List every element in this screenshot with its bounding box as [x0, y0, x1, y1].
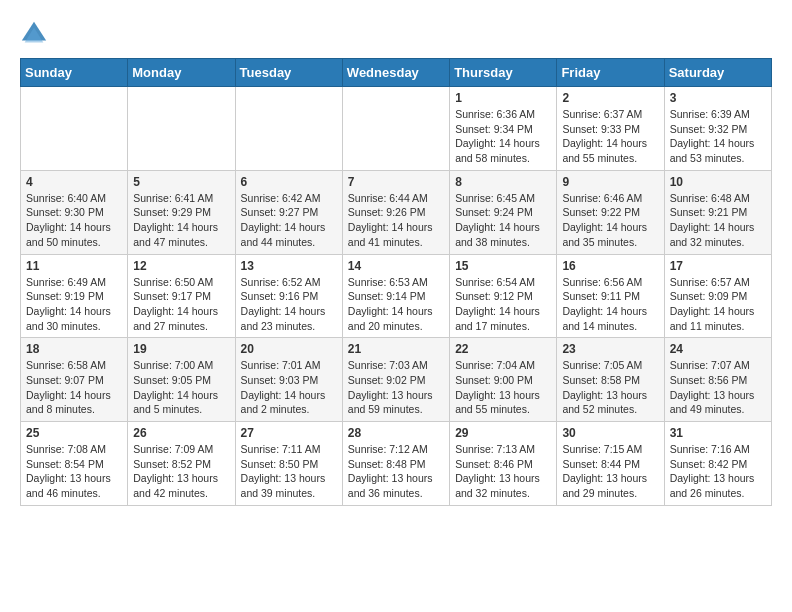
calendar: SundayMondayTuesdayWednesdayThursdayFrid…: [20, 58, 772, 506]
column-header-thursday: Thursday: [450, 59, 557, 87]
day-info: Sunrise: 7:16 AM Sunset: 8:42 PM Dayligh…: [670, 442, 766, 501]
day-info: Sunrise: 7:05 AM Sunset: 8:58 PM Dayligh…: [562, 358, 658, 417]
day-info: Sunrise: 7:13 AM Sunset: 8:46 PM Dayligh…: [455, 442, 551, 501]
day-number: 23: [562, 342, 658, 356]
calendar-week-0: 1Sunrise: 6:36 AM Sunset: 9:34 PM Daylig…: [21, 87, 772, 171]
calendar-cell: [128, 87, 235, 171]
column-header-saturday: Saturday: [664, 59, 771, 87]
calendar-cell: 15Sunrise: 6:54 AM Sunset: 9:12 PM Dayli…: [450, 254, 557, 338]
calendar-cell: [21, 87, 128, 171]
day-number: 29: [455, 426, 551, 440]
day-info: Sunrise: 7:11 AM Sunset: 8:50 PM Dayligh…: [241, 442, 337, 501]
calendar-cell: 20Sunrise: 7:01 AM Sunset: 9:03 PM Dayli…: [235, 338, 342, 422]
calendar-cell: 8Sunrise: 6:45 AM Sunset: 9:24 PM Daylig…: [450, 170, 557, 254]
calendar-header-row: SundayMondayTuesdayWednesdayThursdayFrid…: [21, 59, 772, 87]
day-number: 27: [241, 426, 337, 440]
day-info: Sunrise: 7:07 AM Sunset: 8:56 PM Dayligh…: [670, 358, 766, 417]
day-number: 2: [562, 91, 658, 105]
day-number: 21: [348, 342, 444, 356]
column-header-monday: Monday: [128, 59, 235, 87]
calendar-cell: 16Sunrise: 6:56 AM Sunset: 9:11 PM Dayli…: [557, 254, 664, 338]
calendar-cell: 1Sunrise: 6:36 AM Sunset: 9:34 PM Daylig…: [450, 87, 557, 171]
day-info: Sunrise: 7:09 AM Sunset: 8:52 PM Dayligh…: [133, 442, 229, 501]
logo: [20, 20, 52, 48]
header: [20, 20, 772, 48]
day-info: Sunrise: 6:57 AM Sunset: 9:09 PM Dayligh…: [670, 275, 766, 334]
calendar-week-1: 4Sunrise: 6:40 AM Sunset: 9:30 PM Daylig…: [21, 170, 772, 254]
calendar-week-3: 18Sunrise: 6:58 AM Sunset: 9:07 PM Dayli…: [21, 338, 772, 422]
calendar-cell: 27Sunrise: 7:11 AM Sunset: 8:50 PM Dayli…: [235, 422, 342, 506]
day-info: Sunrise: 7:08 AM Sunset: 8:54 PM Dayligh…: [26, 442, 122, 501]
day-number: 31: [670, 426, 766, 440]
day-info: Sunrise: 7:01 AM Sunset: 9:03 PM Dayligh…: [241, 358, 337, 417]
day-info: Sunrise: 6:44 AM Sunset: 9:26 PM Dayligh…: [348, 191, 444, 250]
day-info: Sunrise: 6:40 AM Sunset: 9:30 PM Dayligh…: [26, 191, 122, 250]
day-number: 8: [455, 175, 551, 189]
calendar-cell: 31Sunrise: 7:16 AM Sunset: 8:42 PM Dayli…: [664, 422, 771, 506]
column-header-wednesday: Wednesday: [342, 59, 449, 87]
day-info: Sunrise: 6:54 AM Sunset: 9:12 PM Dayligh…: [455, 275, 551, 334]
day-info: Sunrise: 7:03 AM Sunset: 9:02 PM Dayligh…: [348, 358, 444, 417]
day-number: 30: [562, 426, 658, 440]
day-info: Sunrise: 6:53 AM Sunset: 9:14 PM Dayligh…: [348, 275, 444, 334]
day-info: Sunrise: 6:48 AM Sunset: 9:21 PM Dayligh…: [670, 191, 766, 250]
day-number: 5: [133, 175, 229, 189]
calendar-cell: 17Sunrise: 6:57 AM Sunset: 9:09 PM Dayli…: [664, 254, 771, 338]
calendar-cell: 6Sunrise: 6:42 AM Sunset: 9:27 PM Daylig…: [235, 170, 342, 254]
calendar-cell: 21Sunrise: 7:03 AM Sunset: 9:02 PM Dayli…: [342, 338, 449, 422]
calendar-cell: 29Sunrise: 7:13 AM Sunset: 8:46 PM Dayli…: [450, 422, 557, 506]
calendar-week-2: 11Sunrise: 6:49 AM Sunset: 9:19 PM Dayli…: [21, 254, 772, 338]
day-number: 28: [348, 426, 444, 440]
day-number: 15: [455, 259, 551, 273]
day-info: Sunrise: 6:46 AM Sunset: 9:22 PM Dayligh…: [562, 191, 658, 250]
day-info: Sunrise: 6:36 AM Sunset: 9:34 PM Dayligh…: [455, 107, 551, 166]
day-number: 12: [133, 259, 229, 273]
day-number: 9: [562, 175, 658, 189]
calendar-cell: 4Sunrise: 6:40 AM Sunset: 9:30 PM Daylig…: [21, 170, 128, 254]
day-info: Sunrise: 6:42 AM Sunset: 9:27 PM Dayligh…: [241, 191, 337, 250]
day-info: Sunrise: 7:04 AM Sunset: 9:00 PM Dayligh…: [455, 358, 551, 417]
calendar-cell: 26Sunrise: 7:09 AM Sunset: 8:52 PM Dayli…: [128, 422, 235, 506]
calendar-cell: [342, 87, 449, 171]
calendar-cell: 28Sunrise: 7:12 AM Sunset: 8:48 PM Dayli…: [342, 422, 449, 506]
day-info: Sunrise: 6:41 AM Sunset: 9:29 PM Dayligh…: [133, 191, 229, 250]
day-number: 18: [26, 342, 122, 356]
day-number: 10: [670, 175, 766, 189]
calendar-week-4: 25Sunrise: 7:08 AM Sunset: 8:54 PM Dayli…: [21, 422, 772, 506]
day-info: Sunrise: 6:58 AM Sunset: 9:07 PM Dayligh…: [26, 358, 122, 417]
day-info: Sunrise: 7:00 AM Sunset: 9:05 PM Dayligh…: [133, 358, 229, 417]
logo-icon: [20, 20, 48, 48]
calendar-cell: 22Sunrise: 7:04 AM Sunset: 9:00 PM Dayli…: [450, 338, 557, 422]
calendar-cell: 14Sunrise: 6:53 AM Sunset: 9:14 PM Dayli…: [342, 254, 449, 338]
day-number: 17: [670, 259, 766, 273]
day-number: 13: [241, 259, 337, 273]
day-number: 16: [562, 259, 658, 273]
calendar-cell: 3Sunrise: 6:39 AM Sunset: 9:32 PM Daylig…: [664, 87, 771, 171]
day-number: 26: [133, 426, 229, 440]
calendar-cell: 13Sunrise: 6:52 AM Sunset: 9:16 PM Dayli…: [235, 254, 342, 338]
day-number: 4: [26, 175, 122, 189]
day-number: 24: [670, 342, 766, 356]
calendar-cell: 10Sunrise: 6:48 AM Sunset: 9:21 PM Dayli…: [664, 170, 771, 254]
calendar-cell: 30Sunrise: 7:15 AM Sunset: 8:44 PM Dayli…: [557, 422, 664, 506]
day-info: Sunrise: 6:49 AM Sunset: 9:19 PM Dayligh…: [26, 275, 122, 334]
calendar-cell: 19Sunrise: 7:00 AM Sunset: 9:05 PM Dayli…: [128, 338, 235, 422]
day-info: Sunrise: 7:12 AM Sunset: 8:48 PM Dayligh…: [348, 442, 444, 501]
calendar-cell: 25Sunrise: 7:08 AM Sunset: 8:54 PM Dayli…: [21, 422, 128, 506]
column-header-tuesday: Tuesday: [235, 59, 342, 87]
calendar-cell: 2Sunrise: 6:37 AM Sunset: 9:33 PM Daylig…: [557, 87, 664, 171]
day-number: 1: [455, 91, 551, 105]
calendar-cell: 5Sunrise: 6:41 AM Sunset: 9:29 PM Daylig…: [128, 170, 235, 254]
day-info: Sunrise: 6:45 AM Sunset: 9:24 PM Dayligh…: [455, 191, 551, 250]
day-number: 25: [26, 426, 122, 440]
day-info: Sunrise: 6:52 AM Sunset: 9:16 PM Dayligh…: [241, 275, 337, 334]
day-info: Sunrise: 7:15 AM Sunset: 8:44 PM Dayligh…: [562, 442, 658, 501]
calendar-cell: 23Sunrise: 7:05 AM Sunset: 8:58 PM Dayli…: [557, 338, 664, 422]
day-number: 7: [348, 175, 444, 189]
day-number: 6: [241, 175, 337, 189]
day-info: Sunrise: 6:50 AM Sunset: 9:17 PM Dayligh…: [133, 275, 229, 334]
day-number: 11: [26, 259, 122, 273]
day-number: 3: [670, 91, 766, 105]
calendar-cell: [235, 87, 342, 171]
calendar-cell: 7Sunrise: 6:44 AM Sunset: 9:26 PM Daylig…: [342, 170, 449, 254]
